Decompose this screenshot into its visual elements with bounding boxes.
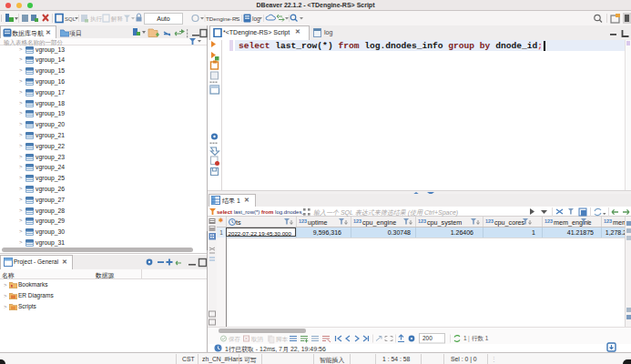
svg-text:|: |: [468, 335, 470, 342]
svg-text:1: 1: [463, 335, 467, 341]
svg-text:200: 200: [422, 335, 433, 341]
svg-text:保存: 保存: [229, 336, 241, 342]
svg-text:取消: 取消: [251, 336, 263, 343]
svg-text:TDengine-RS: TDengine-RS: [206, 15, 240, 22]
svg-text:执行: 执行: [90, 15, 103, 22]
svg-text:SQL: SQL: [65, 16, 76, 22]
svg-text:脚本: 脚本: [276, 336, 289, 342]
svg-text:行数 1: 行数 1: [472, 335, 489, 341]
svg-text:log: log: [252, 15, 260, 23]
svg-text:解释: 解释: [110, 15, 124, 23]
